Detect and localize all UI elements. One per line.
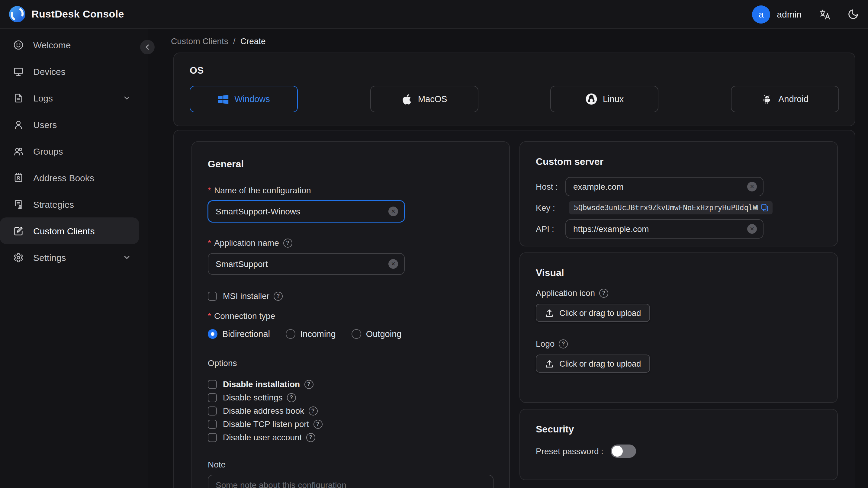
options-label: Options	[208, 358, 494, 368]
sidebar-item-address-books[interactable]: Address Books	[0, 164, 139, 191]
help-icon[interactable]: ?	[306, 433, 315, 442]
required-marker: *	[208, 311, 211, 321]
disable-user-account-checkbox[interactable]	[208, 433, 217, 442]
disable-address-book-checkbox[interactable]	[208, 406, 217, 415]
help-icon[interactable]: ?	[559, 339, 568, 348]
general-section: General * Name of the configuration ✕ * …	[191, 141, 510, 488]
disable-tcp-listen-port-checkbox[interactable]	[208, 420, 217, 428]
os-button-macos[interactable]: MacOS	[370, 86, 478, 112]
sidebar-item-welcome[interactable]: Welcome	[0, 31, 139, 58]
required-marker: *	[208, 185, 211, 195]
radio-icon	[286, 329, 296, 339]
chevron-down-icon	[123, 94, 130, 101]
host-label: Host :	[536, 182, 565, 191]
sidebar-item-devices[interactable]: Devices	[0, 58, 139, 85]
os-button-windows[interactable]: Windows	[190, 86, 298, 112]
preset-password-row: Preset password :	[536, 445, 822, 458]
sidebar-collapse-button[interactable]	[140, 40, 155, 54]
app-title: RustDesk Console	[31, 8, 124, 20]
breadcrumb-current: Create	[240, 36, 266, 46]
apple-icon	[401, 93, 412, 105]
help-icon[interactable]: ?	[287, 393, 296, 402]
required-marker: *	[208, 238, 211, 248]
sidebar-item-settings[interactable]: Settings	[0, 244, 139, 271]
clear-icon[interactable]: ✕	[747, 224, 757, 234]
os-button-linux[interactable]: Linux	[551, 86, 659, 112]
breadcrumb-parent[interactable]: Custom Clients	[171, 36, 228, 46]
sidebar-item-label: Groups	[33, 146, 63, 156]
sidebar-item-label: Strategies	[33, 199, 74, 209]
language-button[interactable]	[818, 8, 831, 20]
disable-settings-checkbox[interactable]	[208, 393, 217, 402]
header-right: a admin	[752, 5, 859, 23]
help-icon[interactable]: ?	[274, 292, 283, 301]
rustdesk-logo-icon	[9, 6, 25, 22]
radio-selected-icon	[208, 329, 217, 339]
general-section-title: General	[208, 159, 494, 170]
option-disable-installation: Disable installation ?	[208, 377, 494, 391]
msi-installer-checkbox[interactable]	[208, 292, 217, 301]
monitor-icon	[13, 66, 24, 77]
option-disable-user-account: Disable user account ?	[208, 431, 494, 444]
dark-mode-toggle[interactable]	[847, 8, 859, 20]
sidebar-item-custom-clients[interactable]: Custom Clients	[0, 217, 139, 244]
os-button-label: MacOS	[418, 94, 447, 104]
sidebar-item-label: Users	[33, 119, 57, 129]
help-icon[interactable]: ?	[283, 238, 292, 247]
client-config-form: General * Name of the configuration ✕ * …	[173, 130, 855, 488]
msi-installer-row: MSI installer ?	[208, 289, 494, 303]
clear-icon[interactable]: ✕	[389, 259, 398, 269]
radio-icon	[351, 329, 361, 339]
sidebar-item-logs[interactable]: Logs	[0, 85, 139, 111]
os-button-group: Windows MacOS	[190, 86, 839, 112]
sidebar-item-label: Address Books	[33, 173, 94, 183]
sidebar-item-users[interactable]: Users	[0, 111, 139, 138]
config-name-field: ✕	[208, 201, 405, 222]
os-section: OS Windows MacOS	[173, 53, 855, 126]
preset-password-toggle[interactable]	[611, 445, 636, 458]
logo-upload-button[interactable]: Click or drag to upload	[536, 355, 650, 373]
help-icon[interactable]: ?	[313, 420, 322, 428]
note-label: Note	[208, 460, 494, 469]
copy-button[interactable]	[761, 204, 769, 212]
visual-title: Visual	[536, 268, 822, 278]
note-textarea[interactable]	[208, 475, 494, 488]
radio-outgoing[interactable]: Outgoing	[351, 329, 402, 339]
connection-type-label: * Connection type	[208, 311, 494, 321]
security-section: Security Preset password :	[520, 409, 838, 480]
connection-type-group: Bidirectional Incoming Outgoing	[208, 329, 494, 339]
rustdesk-console-window: RustDesk Console a admin	[0, 0, 868, 488]
app-name-label: * Application name ?	[208, 238, 494, 248]
users-icon	[13, 146, 24, 156]
app-name-input[interactable]	[208, 259, 404, 269]
avatar[interactable]: a	[752, 5, 770, 23]
help-icon[interactable]: ?	[599, 288, 608, 298]
clear-icon[interactable]: ✕	[747, 182, 757, 191]
breadcrumb: Custom Clients / Create	[171, 36, 868, 46]
upload-icon	[545, 308, 554, 317]
right-column: Custom server Host : ✕ Key : 5Qbwsde3unU…	[520, 141, 838, 480]
sidebar-item-strategies[interactable]: Strategies	[0, 191, 139, 217]
os-button-label: Android	[778, 94, 808, 104]
config-name-input[interactable]	[208, 207, 404, 216]
radio-bidirectional[interactable]: Bidirectional	[208, 329, 270, 339]
app-icon-upload-button[interactable]: Click or drag to upload	[536, 304, 650, 322]
os-section-title: OS	[190, 65, 839, 76]
help-icon[interactable]: ?	[308, 406, 317, 415]
chevron-left-icon	[144, 44, 150, 50]
radio-incoming[interactable]: Incoming	[286, 329, 336, 339]
key-value: 5Qbwsde3unUcJBtrx9ZkvUmwFNoExHzpryHuPUdq…	[574, 204, 758, 212]
custom-server-title: Custom server	[536, 156, 822, 167]
disable-installation-checkbox[interactable]	[208, 379, 217, 389]
clear-icon[interactable]: ✕	[389, 207, 398, 216]
upload-icon	[545, 359, 554, 368]
sidebar-item-groups[interactable]: Groups	[0, 138, 139, 164]
windows-icon	[217, 93, 229, 105]
api-input[interactable]	[566, 224, 763, 234]
toggle-knob	[612, 446, 623, 457]
os-button-android[interactable]: Android	[731, 86, 839, 112]
config-name-label: * Name of the configuration	[208, 185, 494, 195]
sidebar-item-label: Logs	[33, 93, 53, 103]
host-input[interactable]	[566, 182, 763, 191]
help-icon[interactable]: ?	[304, 379, 313, 389]
